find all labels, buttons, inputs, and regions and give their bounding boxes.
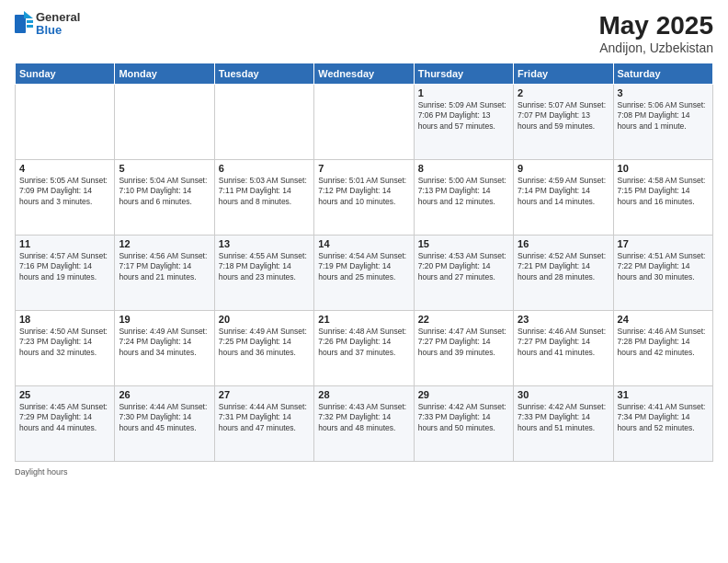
day-number: 20 — [219, 314, 310, 325]
day-number: 23 — [518, 314, 609, 325]
svg-marker-1 — [24, 11, 33, 18]
day-number: 11 — [19, 238, 110, 249]
day-info: Sunrise: 4:49 AM Sunset: 7:24 PM Dayligh… — [119, 327, 210, 358]
day-info: Sunrise: 5:06 AM Sunset: 7:08 PM Dayligh… — [618, 100, 709, 132]
day-header-monday: Monday — [115, 63, 214, 85]
day-cell: 20Sunrise: 4:49 AM Sunset: 7:25 PM Dayli… — [214, 311, 313, 386]
day-cell: 4Sunrise: 5:05 AM Sunset: 7:09 PM Daylig… — [16, 160, 115, 236]
header-row: SundayMondayTuesdayWednesdayThursdayFrid… — [16, 63, 713, 85]
week-row-2: 4Sunrise: 5:05 AM Sunset: 7:09 PM Daylig… — [16, 160, 713, 236]
day-info: Sunrise: 4:52 AM Sunset: 7:21 PM Dayligh… — [518, 251, 609, 282]
day-number: 25 — [19, 389, 110, 400]
day-cell: 12Sunrise: 4:56 AM Sunset: 7:17 PM Dayli… — [115, 236, 214, 311]
day-number: 16 — [518, 238, 609, 249]
day-info: Sunrise: 5:00 AM Sunset: 7:13 PM Dayligh… — [418, 176, 509, 207]
day-header-friday: Friday — [514, 63, 613, 85]
logo-blue-text: Blue — [36, 24, 80, 37]
day-number: 6 — [219, 163, 310, 174]
logo-icon — [15, 11, 33, 37]
day-number: 3 — [618, 87, 709, 98]
day-cell: 28Sunrise: 4:43 AM Sunset: 7:32 PM Dayli… — [314, 386, 414, 462]
day-info: Sunrise: 4:44 AM Sunset: 7:30 PM Dayligh… — [119, 402, 210, 433]
day-info: Sunrise: 4:55 AM Sunset: 7:18 PM Dayligh… — [219, 251, 310, 282]
day-cell: 3Sunrise: 5:06 AM Sunset: 7:08 PM Daylig… — [613, 85, 712, 160]
day-number: 4 — [19, 163, 110, 174]
day-cell: 1Sunrise: 5:09 AM Sunset: 7:06 PM Daylig… — [414, 85, 513, 160]
day-info: Sunrise: 4:50 AM Sunset: 7:23 PM Dayligh… — [19, 327, 110, 358]
day-cell — [115, 85, 214, 160]
main-title: May 2025 — [598, 11, 713, 40]
day-cell — [214, 85, 313, 160]
day-info: Sunrise: 4:45 AM Sunset: 7:29 PM Dayligh… — [19, 402, 110, 433]
day-cell: 9Sunrise: 4:59 AM Sunset: 7:14 PM Daylig… — [514, 160, 613, 236]
day-header-saturday: Saturday — [613, 63, 712, 85]
day-cell: 11Sunrise: 4:57 AM Sunset: 7:16 PM Dayli… — [16, 236, 115, 311]
logo-general-text: General — [36, 11, 80, 24]
day-cell: 19Sunrise: 4:49 AM Sunset: 7:24 PM Dayli… — [115, 311, 214, 386]
logo-text: General Blue — [36, 11, 80, 38]
week-row-1: 1Sunrise: 5:09 AM Sunset: 7:06 PM Daylig… — [16, 85, 713, 160]
day-cell: 10Sunrise: 4:58 AM Sunset: 7:15 PM Dayli… — [613, 160, 712, 236]
header: General Blue May 2025 Andijon, Uzbekista… — [15, 11, 713, 55]
day-number: 27 — [219, 389, 310, 400]
week-row-5: 25Sunrise: 4:45 AM Sunset: 7:29 PM Dayli… — [16, 386, 713, 462]
footer: Daylight hours — [15, 467, 713, 477]
day-cell — [16, 85, 115, 160]
day-info: Sunrise: 4:41 AM Sunset: 7:34 PM Dayligh… — [618, 402, 709, 433]
day-cell: 25Sunrise: 4:45 AM Sunset: 7:29 PM Dayli… — [16, 386, 115, 462]
day-info: Sunrise: 4:42 AM Sunset: 7:33 PM Dayligh… — [518, 402, 609, 433]
day-info: Sunrise: 4:56 AM Sunset: 7:17 PM Dayligh… — [119, 251, 210, 282]
day-header-tuesday: Tuesday — [214, 63, 313, 85]
day-number: 14 — [318, 238, 409, 249]
logo: General Blue — [15, 11, 80, 38]
day-number: 30 — [518, 389, 609, 400]
day-number: 12 — [119, 238, 210, 249]
day-cell: 21Sunrise: 4:48 AM Sunset: 7:26 PM Dayli… — [314, 311, 414, 386]
day-info: Sunrise: 4:57 AM Sunset: 7:16 PM Dayligh… — [19, 251, 110, 282]
day-header-thursday: Thursday — [414, 63, 513, 85]
page: General Blue May 2025 Andijon, Uzbekista… — [0, 0, 728, 563]
day-number: 9 — [518, 163, 609, 174]
svg-rect-3 — [27, 25, 33, 28]
day-number: 26 — [119, 389, 210, 400]
day-number: 15 — [418, 238, 509, 249]
day-info: Sunrise: 4:42 AM Sunset: 7:33 PM Dayligh… — [418, 402, 509, 433]
day-number: 21 — [318, 314, 409, 325]
svg-rect-2 — [27, 20, 33, 23]
day-number: 18 — [19, 314, 110, 325]
day-number: 22 — [418, 314, 509, 325]
day-info: Sunrise: 5:04 AM Sunset: 7:10 PM Dayligh… — [119, 176, 210, 207]
subtitle: Andijon, Uzbekistan — [598, 40, 713, 55]
day-cell: 2Sunrise: 5:07 AM Sunset: 7:07 PM Daylig… — [514, 85, 613, 160]
calendar: SundayMondayTuesdayWednesdayThursdayFrid… — [15, 63, 713, 462]
day-number: 28 — [318, 389, 409, 400]
day-cell — [314, 85, 414, 160]
day-number: 17 — [618, 238, 709, 249]
day-number: 29 — [418, 389, 509, 400]
day-number: 8 — [418, 163, 509, 174]
day-cell: 27Sunrise: 4:44 AM Sunset: 7:31 PM Dayli… — [214, 386, 313, 462]
day-header-sunday: Sunday — [16, 63, 115, 85]
day-header-wednesday: Wednesday — [314, 63, 414, 85]
day-info: Sunrise: 4:47 AM Sunset: 7:27 PM Dayligh… — [418, 327, 509, 358]
day-number: 5 — [119, 163, 210, 174]
week-row-3: 11Sunrise: 4:57 AM Sunset: 7:16 PM Dayli… — [16, 236, 713, 311]
day-info: Sunrise: 4:53 AM Sunset: 7:20 PM Dayligh… — [418, 251, 509, 282]
title-block: May 2025 Andijon, Uzbekistan — [598, 11, 713, 55]
day-cell: 26Sunrise: 4:44 AM Sunset: 7:30 PM Dayli… — [115, 386, 214, 462]
day-cell: 24Sunrise: 4:46 AM Sunset: 7:28 PM Dayli… — [613, 311, 712, 386]
day-cell: 15Sunrise: 4:53 AM Sunset: 7:20 PM Dayli… — [414, 236, 513, 311]
day-info: Sunrise: 4:46 AM Sunset: 7:28 PM Dayligh… — [618, 327, 709, 358]
day-info: Sunrise: 5:09 AM Sunset: 7:06 PM Dayligh… — [418, 100, 509, 132]
day-info: Sunrise: 4:51 AM Sunset: 7:22 PM Dayligh… — [618, 251, 709, 282]
day-info: Sunrise: 5:05 AM Sunset: 7:09 PM Dayligh… — [19, 176, 110, 207]
day-cell: 5Sunrise: 5:04 AM Sunset: 7:10 PM Daylig… — [115, 160, 214, 236]
day-info: Sunrise: 4:44 AM Sunset: 7:31 PM Dayligh… — [219, 402, 310, 433]
day-number: 19 — [119, 314, 210, 325]
day-number: 24 — [618, 314, 709, 325]
day-cell: 29Sunrise: 4:42 AM Sunset: 7:33 PM Dayli… — [414, 386, 513, 462]
day-number: 13 — [219, 238, 310, 249]
day-cell: 30Sunrise: 4:42 AM Sunset: 7:33 PM Dayli… — [514, 386, 613, 462]
day-info: Sunrise: 4:49 AM Sunset: 7:25 PM Dayligh… — [219, 327, 310, 358]
day-info: Sunrise: 4:46 AM Sunset: 7:27 PM Dayligh… — [518, 327, 609, 358]
